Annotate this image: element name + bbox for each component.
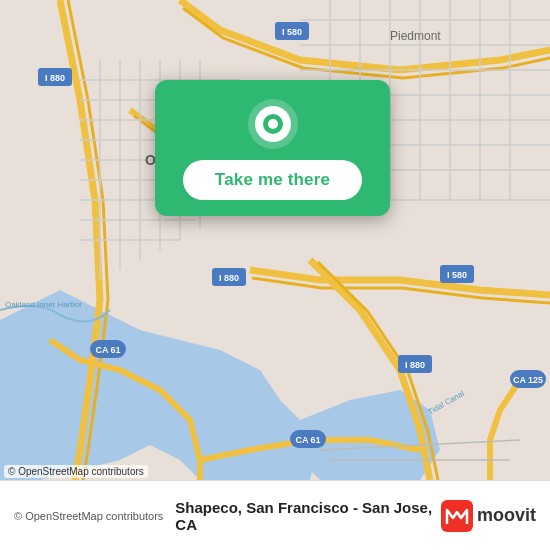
svg-text:CA 61: CA 61 — [295, 435, 320, 445]
location-info: Shapeco, San Francisco - San Jose, CA — [175, 499, 441, 533]
svg-text:I 880: I 880 — [219, 273, 239, 283]
svg-text:I 580: I 580 — [447, 270, 467, 280]
osm-attribution: © OpenStreetMap contributors — [4, 465, 148, 478]
svg-text:I 880: I 880 — [45, 73, 65, 83]
svg-text:Piedmont: Piedmont — [390, 29, 441, 43]
location-name: Shapeco, San Francisco - San Jose, CA — [175, 499, 441, 533]
svg-text:I 880: I 880 — [405, 360, 425, 370]
svg-point-62 — [268, 119, 278, 129]
svg-text:I 580: I 580 — [282, 27, 302, 37]
svg-text:Oakland Inner Harbor: Oakland Inner Harbor — [5, 300, 82, 309]
svg-text:CA 61: CA 61 — [95, 345, 120, 355]
map-container: I 880 I 580 I 980 I 880 I 580 I 880 CA 6… — [0, 0, 550, 480]
copyright-attribution: © OpenStreetMap contributors — [14, 510, 163, 522]
moovit-logo: moovit — [441, 500, 536, 532]
svg-text:CA 125: CA 125 — [513, 375, 543, 385]
location-pin-icon — [247, 98, 299, 150]
bottom-bar: © OpenStreetMap contributors Shapeco, Sa… — [0, 480, 550, 550]
map-svg: I 880 I 580 I 980 I 880 I 580 I 880 CA 6… — [0, 0, 550, 480]
moovit-logo-icon — [441, 500, 473, 532]
popup-card: Take me there — [155, 80, 390, 216]
moovit-brand-text: moovit — [477, 505, 536, 526]
take-me-there-button[interactable]: Take me there — [183, 160, 362, 200]
